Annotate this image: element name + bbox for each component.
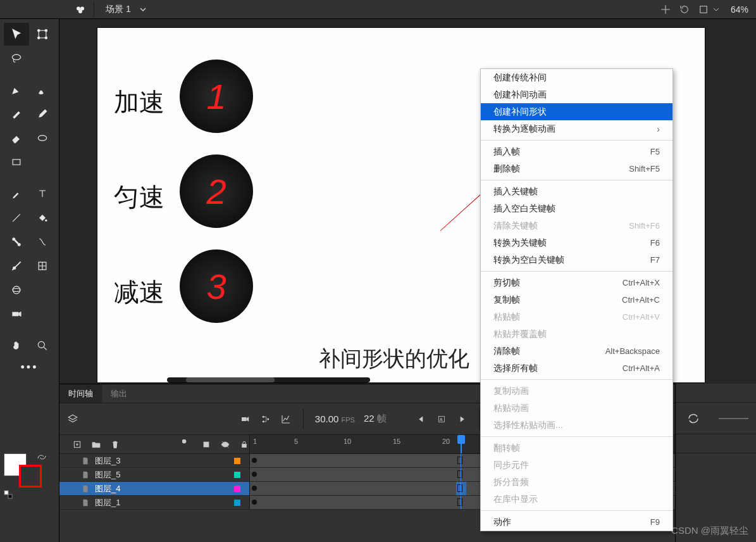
- layers-icon[interactable]: [67, 413, 78, 425]
- bind-tool[interactable]: [30, 230, 56, 253]
- context-menu-item[interactable]: 剪切帧Ctrl+Alt+X: [481, 274, 672, 291]
- zoom-level[interactable]: 64%: [731, 4, 748, 15]
- svg-point-12: [45, 220, 47, 222]
- canvas-circle-3[interactable]: 3: [180, 249, 253, 323]
- svg-rect-21: [8, 495, 12, 498]
- canvas-label-3: 减速: [114, 275, 164, 310]
- layer-name: 图层_3: [95, 455, 120, 467]
- svg-point-2: [78, 9, 82, 13]
- rotate-icon[interactable]: [679, 4, 690, 15]
- context-menu-item[interactable]: 插入关键帧: [481, 183, 672, 200]
- context-menu-item[interactable]: 转换为关键帧F6: [481, 234, 672, 251]
- svg-point-9: [12, 54, 20, 60]
- layer-parenting-icon[interactable]: [260, 413, 271, 425]
- new-folder-icon[interactable]: [91, 439, 101, 450]
- empty-slot: [30, 151, 56, 173]
- svg-point-6: [45, 30, 47, 32]
- 3d-rotation-tool[interactable]: [4, 279, 29, 301]
- highlight-dot-icon[interactable]: [182, 439, 192, 450]
- context-menu-item[interactable]: 转换为空白关键帧F7: [481, 251, 672, 268]
- bone-tool[interactable]: [4, 230, 29, 253]
- watermark: CSDN @雨翼轻尘: [671, 525, 748, 537]
- asset-warp-tool[interactable]: [30, 255, 56, 277]
- lasso-tool[interactable]: [4, 47, 29, 70]
- delete-layer-icon[interactable]: [110, 439, 120, 450]
- svg-point-7: [38, 37, 40, 39]
- pencil-tool[interactable]: [30, 103, 56, 125]
- timeline-right-panel: [675, 384, 756, 542]
- zoom-tool[interactable]: [30, 334, 56, 357]
- context-menu-item[interactable]: 清除帧Alt+Backspace: [481, 343, 672, 360]
- loop-icon[interactable]: [687, 412, 700, 425]
- more-tools[interactable]: •••: [0, 361, 59, 374]
- fps-display[interactable]: 30.00 FPS: [315, 413, 355, 424]
- svg-rect-30: [204, 442, 209, 447]
- ruler-tick: 20: [442, 438, 450, 445]
- graph-icon[interactable]: [280, 413, 292, 425]
- canvas-circle-1[interactable]: 1: [180, 60, 253, 133]
- clip-icon[interactable]: [698, 4, 709, 15]
- canvas-circle-2[interactable]: 2: [180, 154, 253, 228]
- chevron-down-icon[interactable]: [713, 6, 719, 13]
- keyframe-nav-icon[interactable]: A: [436, 413, 447, 425]
- context-menu-item: 同步元件: [481, 457, 672, 474]
- context-menu-item[interactable]: 删除帧Shift+F5: [481, 160, 672, 177]
- context-menu-item[interactable]: 插入空白关键帧: [481, 200, 672, 217]
- new-layer-icon[interactable]: [72, 439, 82, 450]
- swap-colors-icon[interactable]: [37, 452, 47, 462]
- context-menu-item: 清除关键帧Shift+F6: [481, 217, 672, 234]
- tab-output[interactable]: 输出: [102, 384, 136, 403]
- oval-tool[interactable]: [30, 127, 56, 149]
- ruler-tick: 5: [294, 438, 298, 445]
- context-menu-item[interactable]: 选择所有帧Ctrl+Alt+A: [481, 360, 672, 377]
- horizontal-scrollbar[interactable]: [167, 377, 370, 382]
- context-menu-item[interactable]: 复制帧Ctrl+Alt+C: [481, 291, 672, 308]
- canvas-label-2: 匀速: [114, 180, 164, 215]
- outline-icon[interactable]: [201, 439, 211, 450]
- next-frame-icon[interactable]: [456, 413, 468, 425]
- context-menu-item[interactable]: 插入帧F5: [481, 143, 672, 160]
- context-menu-item: 粘贴动画: [481, 400, 672, 417]
- fluid-brush-tool[interactable]: [30, 79, 56, 101]
- svg-point-10: [39, 136, 47, 141]
- svg-point-16: [13, 286, 20, 294]
- zoom-slider[interactable]: [719, 409, 748, 428]
- context-menu-item[interactable]: 转换为逐帧动画›: [481, 120, 672, 137]
- line-tool[interactable]: [4, 206, 29, 229]
- svg-rect-3: [700, 6, 707, 13]
- eraser-tool[interactable]: [4, 127, 29, 149]
- scene-selector[interactable]: 场景 1: [106, 4, 146, 15]
- rectangle-tool[interactable]: [4, 151, 29, 173]
- context-menu-item: 复制动画: [481, 382, 672, 400]
- context-menu-item[interactable]: 创建传统补间: [481, 69, 672, 86]
- context-menu-item: 粘贴帧Ctrl+Alt+V: [481, 308, 672, 325]
- prev-frame-icon[interactable]: [416, 413, 427, 425]
- width-tool[interactable]: [4, 255, 29, 277]
- text-tool[interactable]: [30, 182, 56, 205]
- tools-panel: •••: [0, 19, 59, 542]
- app-logo-icon: [75, 4, 86, 15]
- tab-timeline[interactable]: 时间轴: [59, 384, 102, 403]
- lock-icon[interactable]: [239, 439, 249, 450]
- frame-display[interactable]: 22 帧: [364, 413, 387, 425]
- pen-tool[interactable]: [4, 79, 29, 101]
- brush-tool[interactable]: [4, 103, 29, 125]
- stroke-color-swatch[interactable]: [19, 465, 42, 488]
- context-menu-item[interactable]: 动作F9: [481, 514, 672, 531]
- default-colors-icon[interactable]: [4, 490, 13, 499]
- eyedropper-tool[interactable]: [4, 182, 29, 205]
- svg-point-29: [182, 439, 186, 443]
- camera-icon[interactable]: [240, 413, 251, 425]
- empty-slot: [30, 303, 56, 325]
- context-menu-item[interactable]: 创建补间动画: [481, 86, 672, 103]
- selection-tool[interactable]: [4, 23, 29, 46]
- center-stage-icon[interactable]: [660, 4, 671, 15]
- hand-tool[interactable]: [4, 334, 29, 357]
- visibility-icon[interactable]: [220, 439, 230, 450]
- paint-bucket-tool[interactable]: [30, 206, 56, 229]
- free-transform-tool[interactable]: [30, 23, 56, 46]
- svg-point-25: [267, 418, 269, 420]
- context-menu-item[interactable]: 创建补间形状: [481, 103, 672, 120]
- svg-rect-31: [242, 444, 247, 447]
- camera-tool[interactable]: [4, 303, 29, 325]
